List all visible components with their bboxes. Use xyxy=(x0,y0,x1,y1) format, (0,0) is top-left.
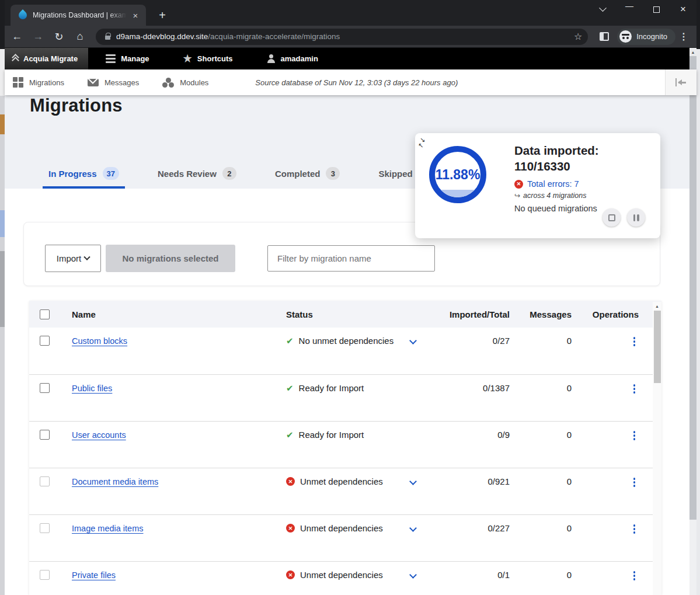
page-title: Migrations xyxy=(30,95,123,116)
minimize-button[interactable]: — xyxy=(616,0,643,15)
status-text: Unmet dependencies xyxy=(300,570,383,580)
new-tab-button[interactable]: + xyxy=(154,7,170,23)
table-scrollbar-thumb[interactable] xyxy=(654,311,661,383)
messages-count: 0 xyxy=(510,383,572,393)
table-row: Public files ✔ Ready for Import 0/1387 0 xyxy=(29,374,661,421)
browser-window: Migrations Dashboard | example × + — × ←… xyxy=(5,0,696,595)
migration-name-link[interactable]: Custom blocks xyxy=(72,336,127,346)
page-scrollbar[interactable]: ▲ xyxy=(689,48,696,595)
subbar-item-messages[interactable]: Messages xyxy=(79,78,147,87)
table-row: Image media items ✕ Unmet dependencies 0… xyxy=(29,514,661,561)
operations-kebab-menu[interactable] xyxy=(630,383,639,395)
scroll-up-arrow-icon[interactable]: ▲ xyxy=(653,302,661,310)
stop-button[interactable] xyxy=(603,208,621,227)
address-bar[interactable]: d9ama-ddevblog.ddev.site/acquia-migrate-… xyxy=(96,29,588,45)
table-body: Custom blocks ✔ No unmet dependencies 0/… xyxy=(29,328,661,595)
browser-tabstrip: Migrations Dashboard | example × + — × xyxy=(5,0,696,26)
migration-status-tab[interactable]: Needs Review 2 xyxy=(152,167,242,189)
migrations-table: Name Status Imported/Total Messages Oper… xyxy=(29,301,661,595)
toolbar-item-shortcuts[interactable]: ★ Shortcuts xyxy=(174,48,242,69)
messages-count: 0 xyxy=(510,570,572,580)
url-path: /acquia-migrate-accelerate/migrations xyxy=(208,32,340,41)
row-checkbox[interactable] xyxy=(40,570,50,580)
toolbar-item-manage[interactable]: Manage xyxy=(96,48,158,69)
forward-button[interactable]: → xyxy=(29,28,47,46)
tab-close-icon[interactable]: × xyxy=(130,9,141,21)
status-dropdown-chevron[interactable] xyxy=(409,478,417,485)
modules-icon xyxy=(162,78,174,88)
hook-arrow-icon: ↪ xyxy=(514,192,520,200)
reload-button[interactable]: ↻ xyxy=(50,28,68,46)
migration-name-link[interactable]: User accounts xyxy=(72,430,126,440)
page-scrollbar-thumb[interactable] xyxy=(689,56,696,520)
status-text: Ready for Import xyxy=(299,383,364,393)
back-button[interactable]: ← xyxy=(8,28,26,46)
import-label: Import xyxy=(57,253,82,263)
migration-status-tab[interactable]: In Progress 37 xyxy=(43,167,125,189)
header-messages: Messages xyxy=(510,309,572,319)
migration-tabs: In Progress 37 Needs Review 2 Completed … xyxy=(43,167,445,189)
operations-kebab-menu[interactable] xyxy=(630,430,639,441)
migration-name-link[interactable]: Public files xyxy=(72,384,112,393)
operations-kebab-menu[interactable] xyxy=(630,570,639,582)
row-checkbox[interactable] xyxy=(40,336,50,346)
toolbar-item-acquia-migrate[interactable]: Acquia Migrate xyxy=(5,48,88,69)
total-errors-link[interactable]: Total errors: 7 xyxy=(527,179,579,189)
envelope-icon xyxy=(88,79,99,86)
migration-name-link[interactable]: Document media items xyxy=(72,477,158,486)
browser-menu-button[interactable]: ⋮ xyxy=(679,31,688,42)
subbar-item-modules[interactable]: Modules xyxy=(154,78,217,88)
grid-icon xyxy=(13,77,23,88)
maximize-button[interactable] xyxy=(643,0,670,19)
progress-fill xyxy=(435,190,480,197)
operations-kebab-menu[interactable] xyxy=(630,476,639,488)
browser-tab[interactable]: Migrations Dashboard | example × xyxy=(11,5,146,26)
no-migrations-selected-button[interactable]: No migrations selected xyxy=(106,245,235,272)
stop-icon xyxy=(608,214,615,221)
operations-kebab-menu[interactable] xyxy=(630,336,639,347)
data-imported-label: Data imported: xyxy=(514,142,649,158)
scroll-up-arrow-icon[interactable]: ▲ xyxy=(689,48,696,56)
migration-name-link[interactable]: Image media items xyxy=(72,524,144,533)
status-dropdown-chevron[interactable] xyxy=(409,337,417,345)
imported-total-value: 0/9 xyxy=(424,430,510,440)
table-row: User accounts ✔ Ready for Import 0/9 0 xyxy=(29,421,661,468)
row-checkbox[interactable] xyxy=(40,430,50,440)
filter-input[interactable] xyxy=(267,245,435,272)
select-all-checkbox[interactable] xyxy=(40,309,50,319)
background-window-right-sliver xyxy=(696,0,700,595)
bookmark-star-icon[interactable]: ☆ xyxy=(574,31,582,42)
browser-urlbar: ← → ↻ ⌂ d9ama-ddevblog.ddev.site/acquia-… xyxy=(5,26,696,48)
table-scrollbar[interactable]: ▲ xyxy=(653,302,661,595)
chevron-down-icon xyxy=(84,253,90,260)
migration-status-tab[interactable]: Completed 3 xyxy=(269,167,346,189)
window-close-button[interactable]: × xyxy=(670,0,696,19)
toolbar-item-user[interactable]: amadamin xyxy=(257,48,328,69)
row-checkbox[interactable] xyxy=(40,383,50,393)
status-ok-icon: ✔ xyxy=(286,384,294,392)
secondary-toolbar: Migrations Messages Modules Source datab… xyxy=(5,69,696,95)
row-checkbox[interactable] xyxy=(40,476,50,486)
migration-name-link[interactable]: Private files xyxy=(72,570,116,580)
status-dropdown-chevron[interactable] xyxy=(409,524,417,532)
side-panel-icon[interactable] xyxy=(600,32,609,41)
pause-button[interactable] xyxy=(627,208,645,227)
operations-kebab-menu[interactable] xyxy=(630,523,639,535)
status-dropdown-chevron[interactable] xyxy=(409,571,417,579)
row-checkbox[interactable] xyxy=(40,523,50,533)
toolbar-collapse-button[interactable] xyxy=(665,69,696,95)
tab-search-button[interactable] xyxy=(589,0,616,19)
subbar-item-label: Modules xyxy=(180,78,208,87)
maximize-icon xyxy=(653,6,660,13)
page-content: Home › Migrations Migrations In Progress… xyxy=(5,69,689,595)
tab-label: Completed xyxy=(275,169,321,179)
subbar-item-migrations[interactable]: Migrations xyxy=(5,77,72,88)
import-dropdown-button[interactable]: Import xyxy=(45,245,101,272)
home-button[interactable]: ⌂ xyxy=(71,28,89,46)
migration-status-tab[interactable]: Skipped xyxy=(372,167,418,189)
progress-widget: ↘↖ 11.88% Data imported: 110/16330 ✕ Tot… xyxy=(415,133,660,238)
messages-count: 0 xyxy=(510,336,572,346)
toolbar-item-label: Acquia Migrate xyxy=(23,54,78,63)
imported-total-value: 0/227 xyxy=(424,523,510,533)
resize-handle-icon[interactable]: ↘↖ xyxy=(420,137,425,148)
